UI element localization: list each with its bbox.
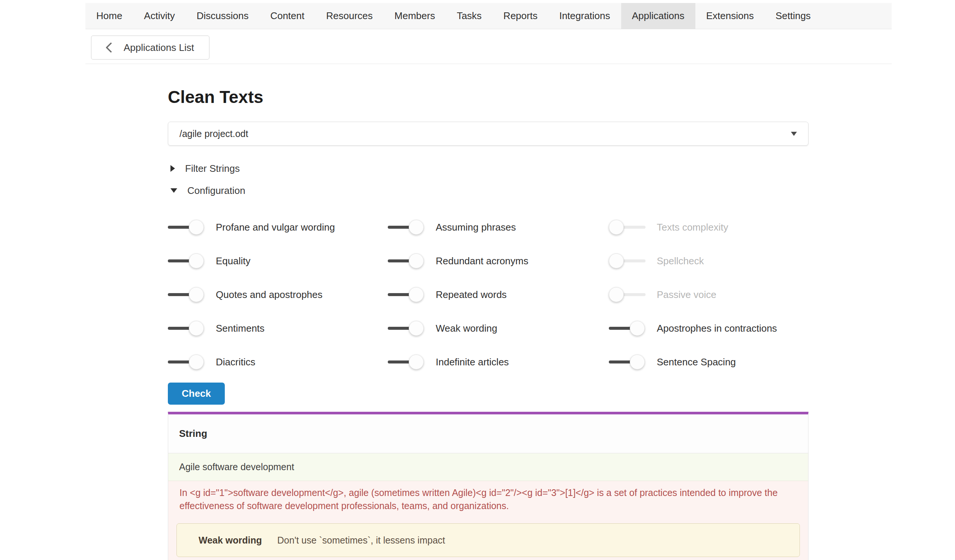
nav-item-reports[interactable]: Reports bbox=[493, 3, 548, 29]
toggle-assuming-phrases[interactable] bbox=[388, 219, 425, 236]
nav-item-applications[interactable]: Applications bbox=[621, 3, 695, 29]
string-detail-section: In <g id="1">software development</g>, a… bbox=[168, 481, 808, 560]
switch-knob bbox=[409, 253, 424, 268]
toggle-label: Repeated words bbox=[436, 289, 507, 301]
switch-knob bbox=[630, 354, 645, 370]
toggle-row: Passive voice bbox=[609, 278, 811, 312]
toggle-label: Quotes and apostrophes bbox=[216, 289, 323, 301]
switch-knob bbox=[189, 321, 204, 336]
switch-knob bbox=[409, 287, 424, 302]
filter-strings-section-header[interactable]: Filter Strings bbox=[171, 161, 240, 176]
toggle-label: Redundant acronyms bbox=[436, 255, 528, 267]
toggle-spellcheck[interactable] bbox=[609, 253, 646, 269]
nav-item-extensions[interactable]: Extensions bbox=[695, 3, 765, 29]
toggle-label: Diacritics bbox=[216, 356, 255, 368]
switch-knob bbox=[630, 321, 645, 336]
toggle-label: Indefinite articles bbox=[436, 356, 509, 368]
top-navigation: Home Activity Discussions Content Resour… bbox=[85, 3, 892, 29]
switch-knob bbox=[409, 354, 424, 370]
switch-knob bbox=[609, 287, 624, 302]
switch-knob bbox=[409, 321, 424, 336]
switch-knob bbox=[189, 354, 204, 370]
toggle-row: Weak wording bbox=[388, 312, 609, 345]
toggle-passive-voice[interactable] bbox=[609, 286, 646, 303]
toggle-label: Profane and vulgar wording bbox=[216, 222, 335, 233]
toggle-sentence-spacing[interactable] bbox=[609, 354, 646, 370]
result-string-row[interactable]: Agile software development bbox=[168, 453, 808, 481]
toggle-weak-wording[interactable] bbox=[388, 320, 425, 337]
toggle-label: Texts complexity bbox=[657, 222, 728, 233]
nav-item-resources[interactable]: Resources bbox=[315, 3, 384, 29]
nav-item-content[interactable]: Content bbox=[259, 3, 315, 29]
toggle-diacritics[interactable] bbox=[168, 354, 205, 370]
toggle-label: Apostrophes in contractions bbox=[657, 323, 777, 334]
configuration-toggle-grid: Profane and vulgar wording Equality Quot… bbox=[168, 211, 811, 379]
nav-item-discussions[interactable]: Discussions bbox=[186, 3, 260, 29]
string-error-text: In <g id="1">software development</g>, a… bbox=[180, 486, 790, 512]
toggle-equality[interactable] bbox=[168, 253, 205, 269]
toggle-indefinite-articles[interactable] bbox=[388, 354, 425, 370]
toggle-row: Diacritics bbox=[168, 345, 388, 379]
toggle-row: Sentiments bbox=[168, 312, 388, 345]
configuration-label: Configuration bbox=[187, 185, 246, 197]
nav-item-members[interactable]: Members bbox=[384, 3, 446, 29]
toggle-repeated-words[interactable] bbox=[388, 286, 425, 303]
clean-texts-app-page: Home Activity Discussions Content Resour… bbox=[0, 0, 955, 560]
switch-knob bbox=[609, 220, 624, 235]
nav-item-activity[interactable]: Activity bbox=[133, 3, 185, 29]
caret-down-icon bbox=[791, 132, 797, 136]
triangle-down-icon bbox=[171, 188, 177, 193]
toggle-label: Weak wording bbox=[436, 323, 497, 334]
toggle-row: Repeated words bbox=[388, 278, 609, 312]
check-button[interactable]: Check bbox=[168, 382, 225, 405]
header-divider bbox=[85, 64, 892, 64]
applications-list-back-button[interactable]: Applications List bbox=[91, 36, 210, 59]
toggle-label: Passive voice bbox=[657, 289, 716, 301]
page-title: Clean Texts bbox=[168, 87, 263, 107]
filter-strings-label: Filter Strings bbox=[185, 163, 240, 175]
toggle-redundant-acronyms[interactable] bbox=[388, 253, 425, 269]
switch-knob bbox=[189, 287, 204, 302]
toggle-quotes-apostrophes[interactable] bbox=[168, 286, 205, 303]
toggle-profane-vulgar-wording[interactable] bbox=[168, 219, 205, 236]
chevron-left-icon bbox=[106, 42, 116, 53]
file-dropdown[interactable]: /agile project.odt bbox=[168, 122, 808, 146]
issue-message: Don't use `sometimes`, it lessens impact bbox=[277, 535, 445, 546]
switch-knob bbox=[609, 253, 624, 268]
file-dropdown-value: /agile project.odt bbox=[180, 128, 248, 139]
toggle-row: Sentence Spacing bbox=[609, 345, 811, 379]
issue-warning-box: Weak wording Don't use `sometimes`, it l… bbox=[177, 523, 800, 557]
nav-item-integrations[interactable]: Integrations bbox=[548, 3, 621, 29]
toggle-label: Equality bbox=[216, 255, 250, 267]
toggle-apostrophes-contractions[interactable] bbox=[609, 320, 646, 337]
triangle-right-icon bbox=[171, 165, 175, 172]
results-panel: String Agile software development In <g … bbox=[168, 412, 808, 560]
toggle-row: Apostrophes in contractions bbox=[609, 312, 811, 345]
toggle-row: Redundant acronyms bbox=[388, 244, 609, 278]
toggle-row: Equality bbox=[168, 244, 388, 278]
toggle-texts-complexity[interactable] bbox=[609, 219, 646, 236]
toggle-row: Indefinite articles bbox=[388, 345, 609, 379]
toggle-row: Assuming phrases bbox=[388, 211, 609, 244]
nav-item-settings[interactable]: Settings bbox=[765, 3, 822, 29]
back-button-label: Applications List bbox=[124, 42, 194, 53]
issue-type-label: Weak wording bbox=[199, 535, 262, 546]
switch-knob bbox=[189, 220, 204, 235]
toggle-label: Sentiments bbox=[216, 323, 265, 334]
results-header: String bbox=[168, 414, 808, 453]
nav-item-tasks[interactable]: Tasks bbox=[446, 3, 492, 29]
nav-item-home[interactable]: Home bbox=[85, 3, 133, 29]
toggle-sentiments[interactable] bbox=[168, 320, 205, 337]
switch-knob bbox=[409, 220, 424, 235]
toggle-label: Spellcheck bbox=[657, 255, 704, 267]
toggle-label: Sentence Spacing bbox=[657, 356, 736, 368]
switch-knob bbox=[189, 253, 204, 268]
toggle-row: Quotes and apostrophes bbox=[168, 278, 388, 312]
toggle-row: Spellcheck bbox=[609, 244, 811, 278]
configuration-section-header[interactable]: Configuration bbox=[171, 183, 246, 198]
toggle-label: Assuming phrases bbox=[436, 222, 516, 233]
toggle-row: Profane and vulgar wording bbox=[168, 211, 388, 244]
toggle-row: Texts complexity bbox=[609, 211, 811, 244]
